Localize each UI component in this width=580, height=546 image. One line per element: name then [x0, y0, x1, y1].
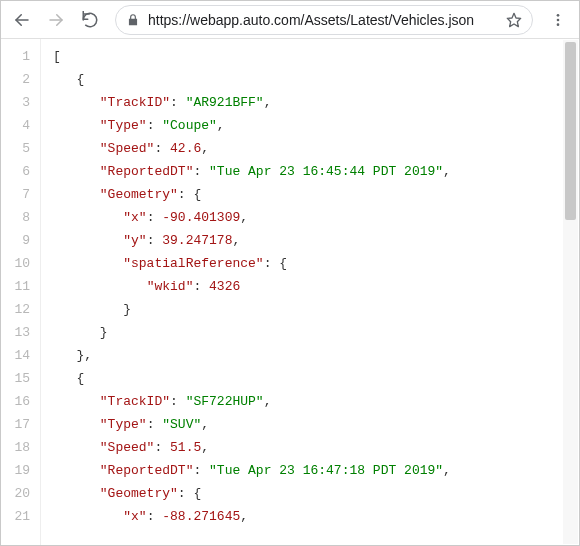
line-number: 5 [1, 137, 40, 160]
json-line: "ReportedDT": "Tue Apr 23 16:47:18 PDT 2… [53, 459, 579, 482]
json-token-punc: , [217, 118, 225, 133]
menu-dots-icon [550, 12, 566, 28]
json-token-key: "Speed" [100, 440, 155, 455]
line-number: 4 [1, 114, 40, 137]
line-number-gutter: 123456789101112131415161718192021 [1, 39, 41, 545]
json-line: { [53, 367, 579, 390]
reload-icon [81, 11, 99, 29]
json-token-num: -90.401309 [162, 210, 240, 225]
json-token-punc: [ [53, 49, 61, 64]
menu-button[interactable] [543, 5, 573, 35]
line-number: 6 [1, 160, 40, 183]
json-token-key: "TrackID" [100, 95, 170, 110]
svg-marker-2 [507, 13, 520, 26]
json-token-punc: , [201, 417, 209, 432]
json-token-punc: : [170, 95, 186, 110]
json-token-punc: : [147, 233, 163, 248]
json-token-num: -88.271645 [162, 509, 240, 524]
json-token-punc: : { [178, 187, 201, 202]
line-number: 12 [1, 298, 40, 321]
json-line: "TrackID": "SF722HUP", [53, 390, 579, 413]
json-token-key: "Geometry" [100, 187, 178, 202]
json-token-punc: : [193, 463, 209, 478]
json-line: "Geometry": { [53, 183, 579, 206]
json-token-num: 42.6 [170, 141, 201, 156]
line-number: 15 [1, 367, 40, 390]
json-token-punc: , [201, 141, 209, 156]
json-token-punc: : [147, 417, 163, 432]
json-token-punc: : [170, 394, 186, 409]
forward-arrow-icon [47, 11, 65, 29]
json-line: "x": -90.401309, [53, 206, 579, 229]
line-number: 10 [1, 252, 40, 275]
json-line: "wkid": 4326 [53, 275, 579, 298]
json-line: [ [53, 45, 579, 68]
json-token-key: "TrackID" [100, 394, 170, 409]
json-content: [ { "TrackID": "AR921BFF", "Type": "Coup… [41, 39, 579, 545]
reload-button[interactable] [75, 5, 105, 35]
svg-point-3 [557, 14, 560, 17]
json-token-str: "Tue Apr 23 16:45:44 PDT 2019" [209, 164, 443, 179]
svg-point-5 [557, 23, 560, 26]
line-number: 21 [1, 505, 40, 528]
back-button[interactable] [7, 5, 37, 35]
json-token-punc: : [154, 141, 170, 156]
vertical-scrollbar[interactable] [563, 40, 578, 544]
lock-icon [126, 13, 140, 27]
line-number: 20 [1, 482, 40, 505]
star-icon [506, 12, 522, 28]
json-token-punc: , [201, 440, 209, 455]
scrollbar-thumb[interactable] [565, 42, 576, 220]
forward-button[interactable] [41, 5, 71, 35]
browser-toolbar [1, 1, 579, 39]
json-line: }, [53, 344, 579, 367]
json-token-punc: : [193, 164, 209, 179]
json-token-punc: : [193, 279, 209, 294]
json-line: "y": 39.247178, [53, 229, 579, 252]
json-line: "Type": "SUV", [53, 413, 579, 436]
json-token-key: "Type" [100, 417, 147, 432]
json-token-key: "ReportedDT" [100, 463, 194, 478]
json-token-key: "ReportedDT" [100, 164, 194, 179]
json-token-punc: : [147, 509, 163, 524]
line-number: 2 [1, 68, 40, 91]
json-token-punc: , [443, 463, 451, 478]
url-input[interactable] [148, 12, 498, 28]
json-token-str: "Tue Apr 23 16:47:18 PDT 2019" [209, 463, 443, 478]
json-token-punc: } [100, 325, 108, 340]
json-token-str: "SUV" [162, 417, 201, 432]
json-line: "Speed": 42.6, [53, 137, 579, 160]
json-line: "Geometry": { [53, 482, 579, 505]
json-token-key: "spatialReference" [123, 256, 263, 271]
json-token-punc: : [147, 210, 163, 225]
address-bar[interactable] [115, 5, 533, 35]
browser-window: 123456789101112131415161718192021 [ { "T… [0, 0, 580, 546]
json-token-num: 4326 [209, 279, 240, 294]
line-number: 9 [1, 229, 40, 252]
json-token-str: "AR921BFF" [186, 95, 264, 110]
json-line: { [53, 68, 579, 91]
json-token-punc: , [264, 394, 272, 409]
json-line: "TrackID": "AR921BFF", [53, 91, 579, 114]
json-token-punc: , [232, 233, 240, 248]
line-number: 17 [1, 413, 40, 436]
json-token-punc: , [240, 210, 248, 225]
bookmark-button[interactable] [506, 12, 522, 28]
line-number: 18 [1, 436, 40, 459]
json-token-key: "x" [123, 509, 146, 524]
json-token-key: "Geometry" [100, 486, 178, 501]
line-number: 11 [1, 275, 40, 298]
json-token-punc: : [154, 440, 170, 455]
json-token-punc: { [76, 72, 84, 87]
json-token-str: "SF722HUP" [186, 394, 264, 409]
line-number: 16 [1, 390, 40, 413]
json-token-punc: , [240, 509, 248, 524]
json-token-punc: , [264, 95, 272, 110]
json-viewer: 123456789101112131415161718192021 [ { "T… [1, 39, 579, 545]
json-line: "Type": "Coupe", [53, 114, 579, 137]
line-number: 1 [1, 45, 40, 68]
json-token-punc: }, [76, 348, 92, 363]
json-token-num: 39.247178 [162, 233, 232, 248]
json-token-punc: : { [264, 256, 287, 271]
json-token-key: "Type" [100, 118, 147, 133]
